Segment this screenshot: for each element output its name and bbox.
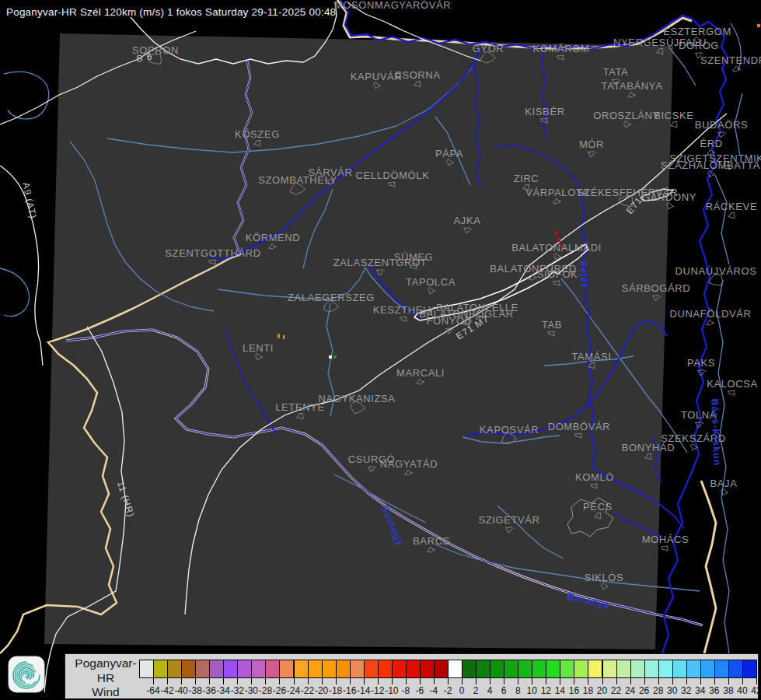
colorbar-tick-label: -40 [174,685,187,696]
colorbar-cell [308,660,323,678]
colorbar-tick-label: 38 [723,685,733,696]
colorbar-tick [167,678,168,684]
colorbar-cell [322,660,337,678]
colorbar-tick-label: 30 [667,685,677,696]
colorbar-tick [574,678,574,684]
colorbar-cell [279,660,294,678]
colorbar-tick-label: 10 [527,685,537,696]
colorbar-tick [532,678,532,684]
colorbar-tick-label: 16 [569,685,579,696]
colorbar-tick-label: -8 [402,685,410,696]
colorbar-cell [518,660,532,678]
colorbar-tick [420,678,421,684]
colorbar-tick [350,678,351,684]
colorbar-tick-label: -2 [444,685,452,696]
colorbar-tick-label: -22 [301,685,314,696]
colorbar-cell [265,660,280,678]
colorbar-tick-label: 4 [487,685,493,696]
colorbar-tick-label: 40 [737,685,747,696]
colorbar-tick-label: -10 [385,685,398,696]
colorbar-tick [630,678,631,684]
city-boundary-squiggle [728,212,735,219]
colorbar-tick-label: 22 [611,685,621,696]
colorbar-cell [630,660,645,678]
legend-text-block: Poganyvar-HR Wind m/s [67,656,145,700]
colorbar-tick [616,678,617,684]
colorbar-cell [700,660,715,678]
colorbar-tick [153,678,154,684]
colorbar-tick-label: 18 [583,685,593,696]
colorbar-tick [560,678,560,684]
colorbar-tick [181,678,182,684]
colorbar-tick [546,678,546,684]
colorbar-cell [294,660,309,678]
colorbar-tick-label: -30 [245,685,258,696]
colorbar-tick-label: -20 [315,685,328,696]
colorbar-tick [742,678,743,684]
map-title: Poganyvar-HR Szél 120km (m/s) 1 fokos Sa… [6,6,336,18]
city-boundary-squiggle [694,37,702,44]
colorbar-cell [350,660,365,678]
colorbar-cell [223,660,238,678]
colorbar-tick-label: 12 [541,685,551,696]
weather-map-screen: { "title": "Poganyvar-HR Szél 120km (m/s… [0,0,761,700]
colorbar-tick [448,678,449,684]
colorbar-cell [728,660,743,678]
colorbar-tick-label: -12 [371,685,384,696]
colorbar-tick [434,678,435,684]
colorbar-tick-label: 8 [515,685,521,696]
city-boundary-squiggle [707,320,714,325]
colorbar-tick-label: 42 [751,685,761,696]
colorbar-tick-label: -38 [189,685,202,696]
colorbar-tick-label: 32 [681,685,691,696]
city-boundary-squiggle [671,121,678,128]
colorbar-cell [490,660,504,678]
colorbar-tick [336,678,337,684]
colorbar-tick [392,678,393,684]
colorbar-cell [672,660,687,678]
colorbar-tick-label: -42 [160,685,173,696]
colorbar-cell [504,660,518,678]
colorbar-tick-label: -32 [231,685,244,696]
legend-variable: Wind [67,685,145,700]
city-boundary-squiggle [709,275,723,285]
colorbar-tick-label: -64 [146,685,159,696]
colorbar-tick-label: -18 [329,685,342,696]
colorbar-cell [406,660,421,678]
colorbar-tick [658,678,659,684]
colorbar-cell [420,660,435,678]
colorbar-tick [588,678,588,684]
colorbar-tick [756,678,757,684]
colorbar-tick [237,678,238,684]
colorbar-tick [265,678,266,684]
colorbar-cell [574,660,588,678]
colorbar-cell [364,660,379,678]
city-boundary-squiggle [728,390,735,395]
colorbar-tick-label: -34 [217,685,230,696]
colorbar-cell [336,660,351,678]
colorbar-tick [476,678,476,684]
colorbar-tick-label: 28 [653,685,663,696]
colorbar-tick [279,678,280,684]
colorbar-cell [167,660,182,678]
colorbar-tick [714,678,715,684]
colorbar-tick [209,678,210,684]
colorbar-cell [616,660,631,678]
colorbar-cell [462,660,476,678]
colorbar-tick [294,678,295,684]
colorbar-cell [644,660,659,678]
colorbar-cell [139,660,154,678]
colorbar-tick [518,678,518,684]
colorbar-tick [602,678,603,684]
colorbar-tick [364,678,365,684]
colorbar-cell [434,660,449,678]
colorbar-tick-label: 14 [555,685,565,696]
city-boundary-squiggle [696,53,704,58]
colorbar-tick-label: -24 [287,685,300,696]
colorbar-tick [378,678,379,684]
colorbar-cell [658,660,673,678]
colorbar-tick [686,678,687,684]
colorbar-cell [476,660,490,678]
colorbar-tick-label: -16 [343,685,356,696]
colorbar-cell [153,660,168,678]
